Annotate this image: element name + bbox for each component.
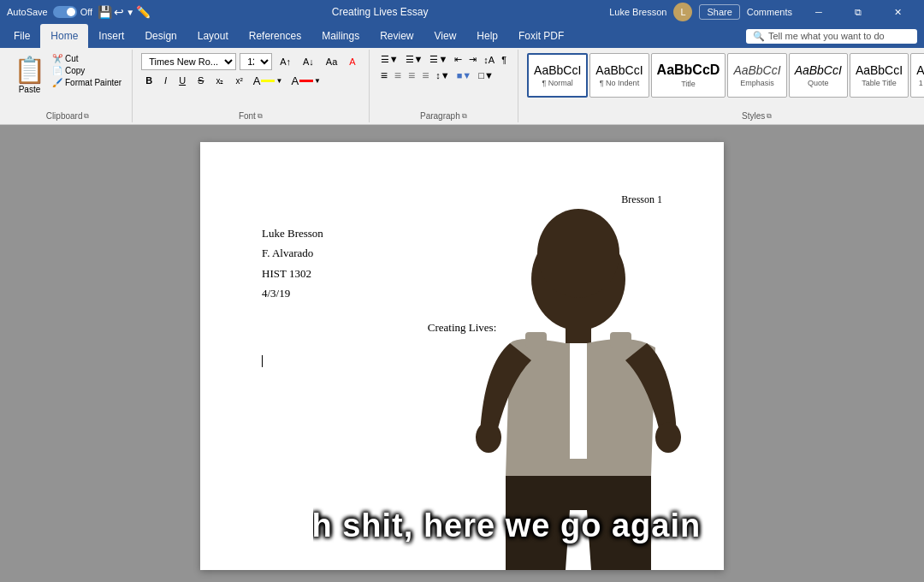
subscript-button[interactable]: x₂ (211, 72, 228, 89)
autosave-label: AutoSave (7, 7, 48, 17)
shading-button[interactable]: ■▼ (454, 69, 475, 81)
strikethrough-button[interactable]: S (193, 72, 208, 89)
ribbon-search[interactable]: 🔍 Tell me what you want to do (746, 29, 917, 44)
paragraph-expand-icon[interactable]: ⧉ (462, 112, 467, 121)
superscript-button[interactable]: x² (231, 72, 246, 89)
bullets-button[interactable]: ☰▼ (378, 53, 401, 66)
style-normal[interactable]: AaBbCcI ¶ Normal (527, 53, 588, 98)
highlight-color-bar (261, 80, 275, 82)
style-title[interactable]: AaBbCcD Title (651, 53, 726, 98)
restore-button[interactable]: ⧉ (838, 0, 878, 24)
show-marks-button[interactable]: ¶ (499, 54, 509, 66)
styles-expand-icon[interactable]: ⧉ (767, 112, 772, 121)
tab-home[interactable]: Home (40, 24, 88, 48)
decrease-indent-button[interactable]: ⇤ (452, 53, 465, 66)
style-table-so-label: 1 Table So... (919, 79, 924, 87)
font-color-button[interactable]: A ▼ (288, 74, 323, 88)
para-controls: ☰▼ ☰▼ ☰▼ ⇤ ⇥ ↕A ¶ ≡ ≡ ≡ ≡ ↕▼ ■▼ □▼ (378, 53, 509, 83)
style-table-title[interactable]: AaBbCcI Table Title (850, 53, 909, 98)
highlight-icon: A (253, 74, 261, 87)
clipboard-expand-icon[interactable]: ⧉ (84, 112, 89, 121)
close-button[interactable]: ✕ (878, 0, 917, 24)
style-title-label: Title (681, 80, 696, 88)
share-button[interactable]: Share (699, 4, 739, 20)
cut-label: Cut (65, 54, 79, 63)
format-painter-button[interactable]: 🖌️ Format Painter (50, 77, 123, 88)
style-quote[interactable]: AaBbCcI Quote (789, 53, 848, 98)
tab-help[interactable]: Help (466, 24, 508, 48)
customize-icon[interactable]: ✏️ (136, 5, 151, 19)
autosave-toggle[interactable]: Off (53, 6, 92, 18)
align-left-button[interactable]: ≡ (378, 68, 390, 83)
autosave-state: Off (80, 7, 92, 17)
title-bar: AutoSave Off 💾 ↩ ▼ ✏️ Creating Lives Ess… (0, 0, 924, 24)
svg-point-2 (476, 422, 501, 453)
comments-button[interactable]: Comments (747, 7, 792, 17)
paste-icon: 📋 (14, 55, 45, 85)
tab-layout[interactable]: Layout (187, 24, 239, 48)
meme-caption: Ah shit, here we go again (313, 508, 701, 544)
font-expand-icon[interactable]: ⧉ (258, 112, 263, 121)
search-icon: 🔍 (753, 31, 765, 42)
instructor-line: F. Alvarado (262, 243, 662, 263)
style-emphasis[interactable]: AaBbCcI Emphasis (727, 53, 786, 98)
toggle-knob (67, 8, 75, 16)
undo-icon[interactable]: ↩ (114, 5, 124, 19)
case-button[interactable]: Aa (322, 53, 341, 70)
multilevel-button[interactable]: ☰▼ (427, 53, 450, 66)
font-family-select[interactable]: Times New Ro... (141, 53, 236, 70)
paste-button[interactable]: 📋 Paste (12, 53, 47, 96)
styles-content: AaBbCcI ¶ Normal AaBbCcI ¶ No Indent AaB… (525, 51, 924, 110)
align-right-button[interactable]: ≡ (406, 68, 418, 83)
styles-gallery: AaBbCcI ¶ Normal AaBbCcI ¶ No Indent AaB… (527, 53, 924, 98)
format-painter-icon: 🖌️ (52, 78, 62, 87)
style-table-so[interactable]: AaBbCcI 1 Table So... (910, 53, 924, 98)
toggle-switch[interactable] (53, 6, 77, 18)
ribbon: 📋 Paste ✂️ Cut 📄 Copy 🖌️ Format Painter (0, 48, 924, 125)
course-line: HIST 1302 (262, 264, 662, 283)
underline-button[interactable]: U (175, 72, 190, 89)
clear-format-button[interactable]: A (345, 53, 359, 70)
style-emphasis-label: Emphasis (740, 79, 774, 87)
increase-indent-button[interactable]: ⇥ (466, 53, 479, 66)
copy-button[interactable]: 📄 Copy (50, 65, 123, 76)
tab-mailings[interactable]: Mailings (311, 24, 370, 48)
font-color-dropdown[interactable]: ▼ (314, 77, 321, 85)
minimize-button[interactable]: ─ (799, 0, 838, 24)
document-page[interactable]: Bresson 1 Luke Bresson F. Alvarado HIST … (200, 142, 724, 570)
sort-button[interactable]: ↕A (481, 54, 497, 66)
tab-insert[interactable]: Insert (88, 24, 134, 48)
window-controls: ─ ⧉ ✕ (799, 0, 917, 24)
tab-design[interactable]: Design (134, 24, 187, 48)
bold-button[interactable]: B (141, 72, 157, 89)
font-size-select[interactable]: 12 (240, 53, 272, 70)
line-spacing-button[interactable]: ↕▼ (433, 69, 452, 81)
borders-button[interactable]: □▼ (476, 69, 496, 81)
tab-foxit[interactable]: Foxit PDF (508, 24, 574, 48)
ribbon-tabs: File Home Insert Design Layout Reference… (0, 24, 924, 48)
justify-button[interactable]: ≡ (419, 68, 431, 83)
paste-label: Paste (19, 85, 41, 94)
tab-references[interactable]: References (239, 24, 311, 48)
paragraph-label: Paragraph ⧉ (420, 110, 467, 121)
shrink-button[interactable]: A↓ (299, 53, 318, 70)
author-line: Luke Bresson (262, 223, 662, 243)
save-icon[interactable]: 💾 (98, 5, 112, 19)
avatar[interactable]: L (673, 3, 692, 21)
paragraph-content: ☰▼ ☰▼ ☰▼ ⇤ ⇥ ↕A ¶ ≡ ≡ ≡ ≡ ↕▼ ■▼ □▼ (376, 51, 511, 110)
tab-view[interactable]: View (424, 24, 467, 48)
tab-file[interactable]: File (3, 24, 40, 48)
italic-button[interactable]: I (160, 72, 171, 89)
align-center-button[interactable]: ≡ (392, 68, 404, 83)
title-bar-left: AutoSave Off 💾 ↩ ▼ ✏️ (7, 5, 151, 19)
numbering-button[interactable]: ☰▼ (403, 53, 426, 66)
tab-review[interactable]: Review (370, 24, 424, 48)
highlight-button[interactable]: A ▼ (251, 74, 286, 88)
style-no-indent[interactable]: AaBbCcI ¶ No Indent (589, 53, 649, 98)
cut-button[interactable]: ✂️ Cut (50, 53, 123, 64)
highlight-dropdown[interactable]: ▼ (275, 77, 282, 85)
grow-button[interactable]: A↑ (275, 53, 295, 70)
cut-icon: ✂️ (52, 54, 62, 63)
styles-group: AaBbCcI ¶ Normal AaBbCcI ¶ No Indent AaB… (518, 50, 924, 122)
clipboard-label: Clipboard ⧉ (46, 110, 90, 121)
